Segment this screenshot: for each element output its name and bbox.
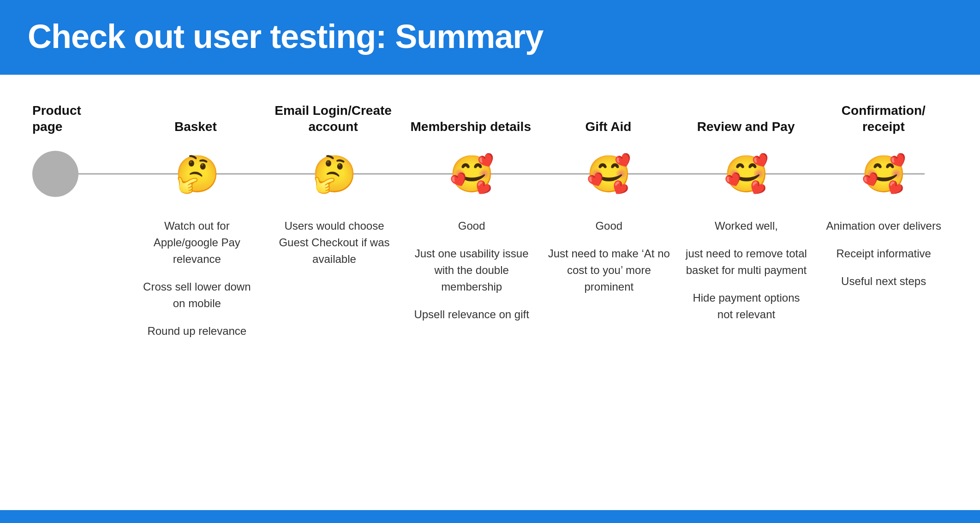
note-item: Worked well, <box>685 218 808 234</box>
emoji-confirmation: 🥰 <box>858 149 909 199</box>
note-item: Just one usability issue with the double… <box>410 245 533 295</box>
page-title: Check out user testing: Summary <box>28 18 952 55</box>
emoji-product-page <box>32 151 78 197</box>
note-item: Cross sell lower down on mobile <box>136 279 258 312</box>
note-item: Receipt informative <box>822 245 945 262</box>
stage-label-product-page: Productpage <box>28 102 127 135</box>
stage-notes-confirmation: Animation over deliversReceipt informati… <box>815 218 952 290</box>
stage-label-confirmation: Confirmation/ receipt <box>815 102 952 135</box>
note-item: Watch out for Apple/google Pay relevance <box>136 218 258 267</box>
main-content: ProductpageBasketEmail Login/Create acco… <box>0 75 980 358</box>
note-item: Good <box>410 218 533 234</box>
emoji-membership-details: 🥰 <box>446 149 497 199</box>
stage-notes-membership-details: GoodJust one usability issue with the do… <box>403 218 540 323</box>
emoji-email-login: 🤔 <box>309 149 360 199</box>
stage-notes-basket: Watch out for Apple/google Pay relevance… <box>128 218 266 339</box>
header: Check out user testing: Summary <box>0 0 980 75</box>
stage-label-basket: Basket <box>127 119 264 135</box>
note-item: just need to remove total basket for mul… <box>685 245 808 279</box>
timeline-wrapper: ProductpageBasketEmail Login/Create acco… <box>28 102 952 339</box>
note-item: Animation over delivers <box>822 218 945 234</box>
stage-emoji-review-pay: 🥰 <box>678 149 815 199</box>
note-item: Good <box>548 218 670 234</box>
stage-label-email-login: Email Login/Create account <box>264 102 402 135</box>
stage-notes-email-login: Users would choose Guest Checkout if was… <box>266 218 403 267</box>
emoji-review-pay: 🥰 <box>721 149 772 199</box>
stage-emoji-gift-aid: 🥰 <box>540 149 678 199</box>
notes-row: Watch out for Apple/google Pay relevance… <box>28 199 952 339</box>
note-item: Users would choose Guest Checkout if was… <box>273 218 396 267</box>
timeline-row: 🤔🤔🥰🥰🥰🥰 <box>28 149 952 199</box>
note-item: Useful next steps <box>822 273 945 290</box>
stage-emoji-product-page <box>28 151 128 197</box>
stage-labels-row: ProductpageBasketEmail Login/Create acco… <box>28 102 952 149</box>
emoji-basket: 🤔 <box>172 149 222 199</box>
emoji-gift-aid: 🥰 <box>584 149 634 199</box>
footer-bar <box>0 510 980 523</box>
stage-label-membership-details: Membership details <box>402 119 539 135</box>
stage-label-review-pay: Review and Pay <box>677 119 815 135</box>
stage-emoji-basket: 🤔 <box>128 149 266 199</box>
note-item: Round up relevance <box>136 323 258 339</box>
note-item: Just need to make ‘At no cost to you’ mo… <box>548 245 670 295</box>
stage-emoji-email-login: 🤔 <box>266 149 403 199</box>
stage-label-gift-aid: Gift Aid <box>539 119 677 135</box>
note-item: Hide payment options not relevant <box>685 290 808 323</box>
note-item: Upsell relevance on gift <box>410 306 533 323</box>
stage-emoji-membership-details: 🥰 <box>403 149 541 199</box>
stage-emoji-confirmation: 🥰 <box>815 149 952 199</box>
stage-notes-review-pay: Worked well,just need to remove total ba… <box>678 218 815 323</box>
stage-notes-gift-aid: GoodJust need to make ‘At no cost to you… <box>540 218 678 295</box>
